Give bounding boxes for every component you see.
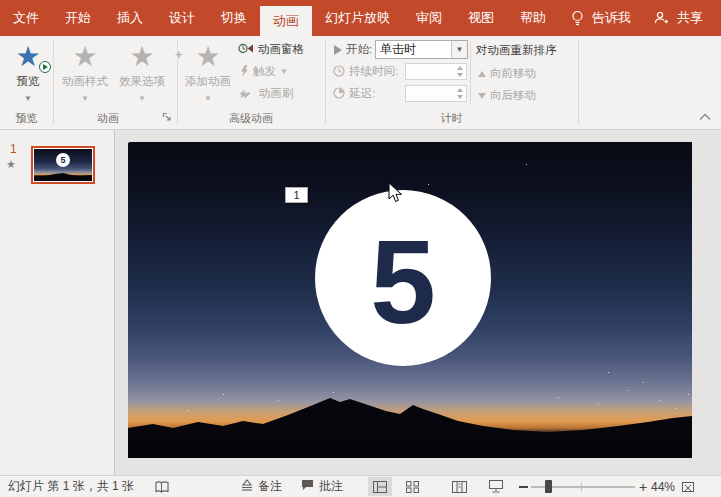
triangle-down-icon <box>478 93 486 99</box>
tab-help[interactable]: 帮助 <box>507 0 559 36</box>
lightning-icon <box>240 65 249 79</box>
start-play-icon <box>334 45 342 55</box>
tab-slideshow[interactable]: 幻灯片放映 <box>312 0 403 36</box>
slide-thumbnail[interactable]: 5 <box>31 146 95 184</box>
chevron-down-icon[interactable]: ▼ <box>451 41 467 58</box>
group-label-advanced-animation: 高级动画 <box>177 111 325 126</box>
slide-canvas[interactable]: 5 1 <box>128 142 692 458</box>
delay-row: 延迟: <box>333 86 375 101</box>
spinner-arrows-icon[interactable] <box>454 86 466 101</box>
group-divider <box>578 40 579 124</box>
preview-button-label: 预览 <box>17 75 40 87</box>
chevron-down-icon: ▼ <box>182 94 234 103</box>
effect-options-star-icon: ★ <box>113 39 171 75</box>
thumbnail-count-circle: 5 <box>56 153 70 167</box>
animation-painter-icon: ★ <box>238 87 255 101</box>
animations-ribbon: ★ 预览 ▼ 预览 ★ 动画样式 ▼ ★ 效果选项 ▼ 动画 ★+ 添加动画 ▼… <box>0 36 721 130</box>
duration-input[interactable] <box>405 63 467 80</box>
zoom-out-button[interactable] <box>517 476 529 497</box>
start-label: 开始: <box>346 42 372 57</box>
chevron-down-icon: ▼ <box>57 94 113 103</box>
mouse-cursor-icon <box>388 182 403 207</box>
move-later-label: 向后移动 <box>490 88 536 103</box>
delay-input[interactable] <box>405 85 467 102</box>
comments-button[interactable]: 批注 <box>301 476 343 497</box>
tell-me-button[interactable]: 告诉我 <box>588 0 644 36</box>
animation-painter-button[interactable]: ★ 动画刷 <box>238 86 293 101</box>
group-label-preview: 预览 <box>0 111 53 126</box>
move-later-button[interactable]: 向后移动 <box>478 88 536 103</box>
zoom-slider-midpoint <box>581 483 582 491</box>
start-row: 开始: <box>334 42 372 57</box>
collapse-ribbon-chevron-icon[interactable] <box>698 112 712 124</box>
slide-indicator: 幻灯片 第 1 张，共 1 张 <box>8 476 134 497</box>
fit-slide-to-window-icon[interactable] <box>681 476 695 497</box>
preview-button[interactable]: ★ 预览 ▼ <box>3 39 53 103</box>
chevron-down-icon[interactable]: ▼ <box>3 94 53 103</box>
animation-order-badge[interactable]: 1 <box>285 187 308 203</box>
tab-home[interactable]: 开始 <box>52 0 104 36</box>
effect-options-label: 效果选项 <box>119 75 165 87</box>
ribbon-tab-bar: 文件 开始 插入 设计 切换 动画 幻灯片放映 审阅 视图 帮助 告诉我 共享 <box>0 0 721 36</box>
countdown-circle[interactable]: 5 <box>315 190 491 366</box>
tab-review[interactable]: 审阅 <box>403 0 455 36</box>
duration-row: 持续时间: <box>333 64 398 79</box>
chevron-down-icon: ▼ <box>113 94 171 103</box>
status-bar: 幻灯片 第 1 张，共 1 张 备注 批注 + 44% <box>0 475 721 497</box>
countdown-number: 5 <box>370 223 436 341</box>
animation-styles-button[interactable]: ★ 动画样式 ▼ <box>57 39 113 103</box>
effect-options-button[interactable]: ★ 效果选项 ▼ <box>113 39 171 103</box>
chevron-down-icon: ▼ <box>280 67 288 76</box>
sky-stars <box>128 142 129 143</box>
trigger-label: 触发 <box>253 64 276 79</box>
spell-check-icon[interactable] <box>154 476 170 497</box>
delay-value <box>406 86 454 101</box>
animation-pane-button[interactable]: 动画窗格 <box>238 42 304 57</box>
slide-thumbnail-panel: 1 ★ 5 <box>0 130 115 475</box>
duration-value <box>406 64 454 79</box>
tab-design[interactable]: 设计 <box>156 0 208 36</box>
tab-file[interactable]: 文件 <box>0 0 52 36</box>
animation-style-star-icon: ★ <box>57 39 113 75</box>
tab-animations[interactable]: 动画 <box>260 6 312 36</box>
reorder-animation-heading: 对动画重新排序 <box>476 43 557 58</box>
tab-insert[interactable]: 插入 <box>104 0 156 36</box>
animation-pane-icon <box>238 42 254 57</box>
start-select[interactable]: 单击时 ▼ <box>375 40 468 59</box>
normal-view-button[interactable] <box>368 477 392 496</box>
add-animation-star-icon: ★+ <box>182 39 234 75</box>
animation-styles-label: 动画样式 <box>62 75 108 87</box>
add-animation-label: 添加动画 <box>185 75 231 87</box>
play-icon <box>39 61 51 73</box>
preview-star-icon: ★ <box>3 39 53 75</box>
start-select-value: 单击时 <box>376 41 451 58</box>
share-person-icon <box>649 0 673 36</box>
group-label-animation: 动画 <box>53 111 163 126</box>
share-button[interactable]: 共享 <box>673 0 707 36</box>
zoom-in-button[interactable]: + <box>637 476 649 497</box>
notes-button[interactable]: 备注 <box>241 476 282 497</box>
animation-indicator-star-icon[interactable]: ★ <box>6 158 16 171</box>
triangle-up-icon <box>478 71 486 77</box>
timing-internal-divider <box>470 41 471 105</box>
slide-thumbnail-image: 5 <box>34 149 92 181</box>
spinner-arrows-icon[interactable] <box>454 64 466 79</box>
zoom-slider-thumb[interactable] <box>545 480 552 493</box>
trigger-button[interactable]: 触发 ▼ <box>240 64 288 79</box>
reading-view-button[interactable] <box>447 476 471 497</box>
animation-painter-label: 动画刷 <box>259 86 294 101</box>
move-earlier-button[interactable]: 向前移动 <box>478 66 536 81</box>
slideshow-view-button[interactable] <box>484 476 508 497</box>
dialog-launcher-icon[interactable] <box>162 112 172 124</box>
zoom-level[interactable]: 44% <box>651 476 675 497</box>
tab-transitions[interactable]: 切换 <box>208 0 260 36</box>
animation-pane-label: 动画窗格 <box>258 42 304 57</box>
mountain-silhouette <box>128 388 692 458</box>
plus-icon: + <box>175 37 183 73</box>
slide-number: 1 <box>10 142 17 156</box>
tab-view[interactable]: 视图 <box>455 0 507 36</box>
comment-bubble-icon <box>301 479 314 494</box>
comments-label: 批注 <box>319 478 343 495</box>
slide-sorter-view-button[interactable] <box>400 476 424 497</box>
add-animation-button[interactable]: ★+ 添加动画 ▼ <box>182 39 234 103</box>
